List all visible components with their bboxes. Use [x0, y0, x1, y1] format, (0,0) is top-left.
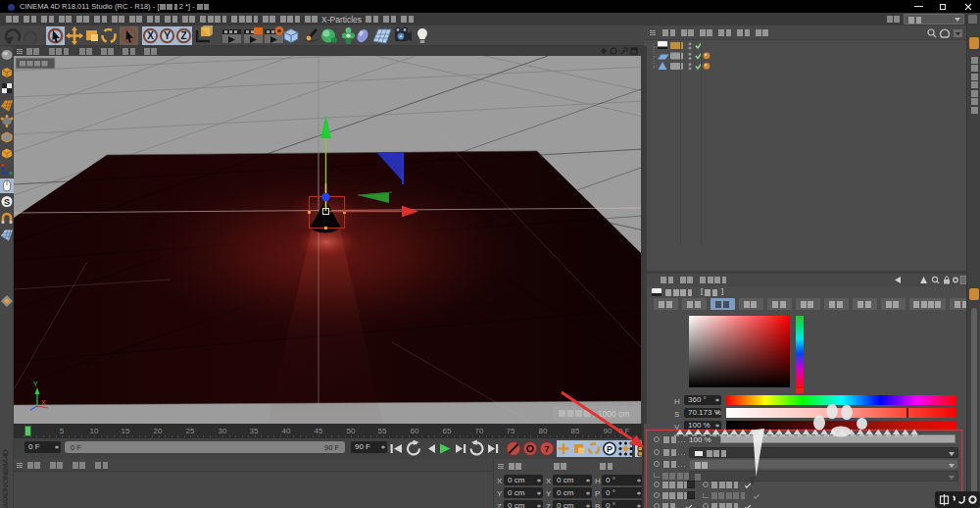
svg-text:X: X: [147, 30, 154, 41]
svg-text:7: 7: [544, 444, 549, 454]
svg-text:S: S: [4, 197, 10, 207]
svg-text:Y: Y: [164, 30, 171, 41]
svg-text:Z: Z: [180, 30, 186, 41]
svg-text:: 1000 cm: : 1000 cm: [593, 409, 629, 419]
svg-text:Y: Y: [33, 381, 38, 387]
svg-text:X: X: [41, 399, 46, 406]
svg-text:P: P: [607, 444, 612, 454]
